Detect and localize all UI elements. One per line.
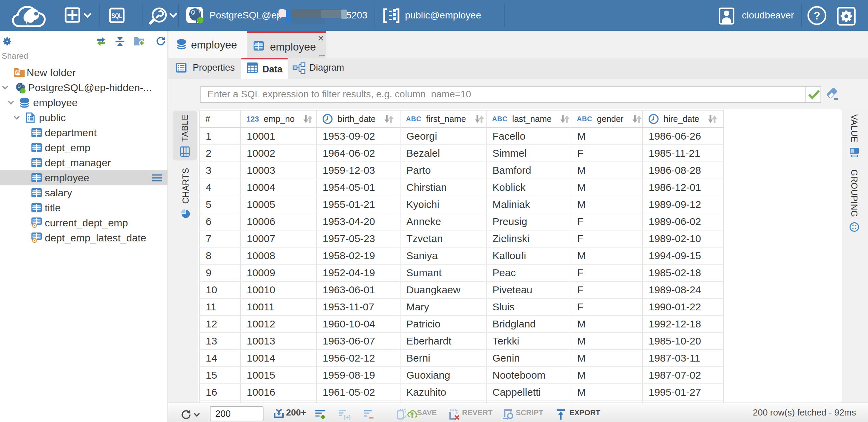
svg-text:(+): (+) [343,414,351,420]
svg-text:SQL: SQL [112,12,122,19]
svg-text:?: ? [814,10,820,22]
